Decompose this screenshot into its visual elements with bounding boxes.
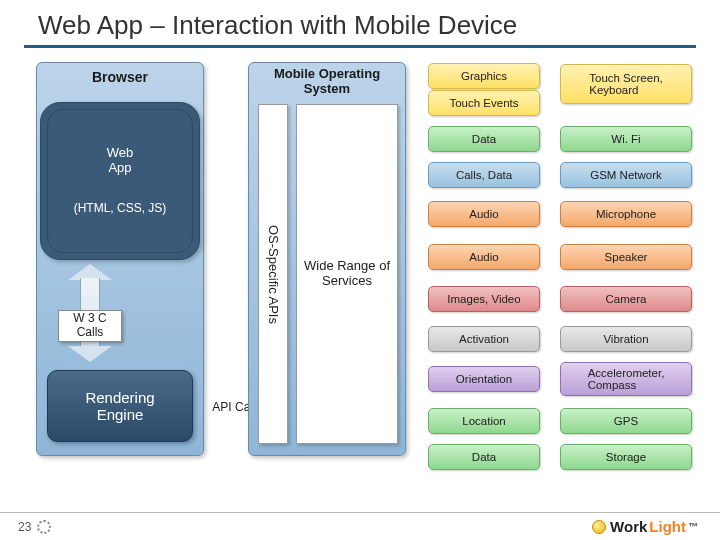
logo-work: Work — [610, 518, 647, 535]
device-chip: Storage — [560, 444, 692, 470]
services-label: Wide Range of Services — [304, 259, 390, 289]
service-chip: Graphics — [428, 63, 540, 89]
os-specific-apis-box: OS-Specific APIs — [258, 104, 288, 444]
device-chip: Wi. Fi — [560, 126, 692, 152]
device-chip: GPS — [560, 408, 692, 434]
browser-label: Browser — [92, 69, 148, 85]
slide-title: Web App – Interaction with Mobile Device — [0, 0, 720, 45]
webapp-subtitle: (HTML, CSS, JS) — [74, 202, 167, 216]
worklight-logo: WorkLight™ — [592, 518, 698, 535]
bulb-icon — [592, 520, 606, 534]
slide-footer: 23 WorkLight™ — [0, 512, 720, 540]
device-chip: GSM Network — [560, 162, 692, 188]
device-chip: Microphone — [560, 201, 692, 227]
service-chip: Orientation — [428, 366, 540, 392]
page-number: 23 — [18, 520, 31, 534]
webapp-box: Web App (HTML, CSS, JS) — [40, 102, 200, 260]
w3c-calls-box: W 3 C Calls — [58, 310, 122, 342]
service-chip: Images, Video — [428, 286, 540, 312]
device-chip: Camera — [560, 286, 692, 312]
gear-icon — [37, 520, 51, 534]
device-chip: Vibration — [560, 326, 692, 352]
service-chip: Location — [428, 408, 540, 434]
device-chip: Touch Screen, Keyboard — [560, 64, 692, 104]
wide-range-services-box: Wide Range of Services — [296, 104, 398, 444]
w3c-label: W 3 C Calls — [73, 312, 106, 340]
rendering-engine-box: Rendering Engine — [47, 370, 193, 442]
logo-light: Light — [649, 518, 686, 535]
diagram-canvas: Browser Web App (HTML, CSS, JS) W 3 C Ca… — [0, 48, 720, 508]
os-api-label: OS-Specific APIs — [266, 225, 281, 324]
trademark-icon: ™ — [688, 521, 698, 532]
service-chip: Data — [428, 126, 540, 152]
webapp-title: Web App — [107, 146, 134, 176]
service-chip: Audio — [428, 201, 540, 227]
device-chip: Accelerometer, Compass — [560, 362, 692, 396]
page-number-group: 23 — [18, 520, 51, 534]
service-chip: Touch Events — [428, 90, 540, 116]
service-chip: Calls, Data — [428, 162, 540, 188]
webapp-inner: Web App (HTML, CSS, JS) — [47, 109, 193, 253]
service-chip: Activation — [428, 326, 540, 352]
service-chip: Audio — [428, 244, 540, 270]
mobile-os-label: Mobile Operating System — [274, 67, 380, 97]
rendering-engine-label: Rendering Engine — [85, 389, 154, 424]
device-chip: Speaker — [560, 244, 692, 270]
service-chip: Data — [428, 444, 540, 470]
